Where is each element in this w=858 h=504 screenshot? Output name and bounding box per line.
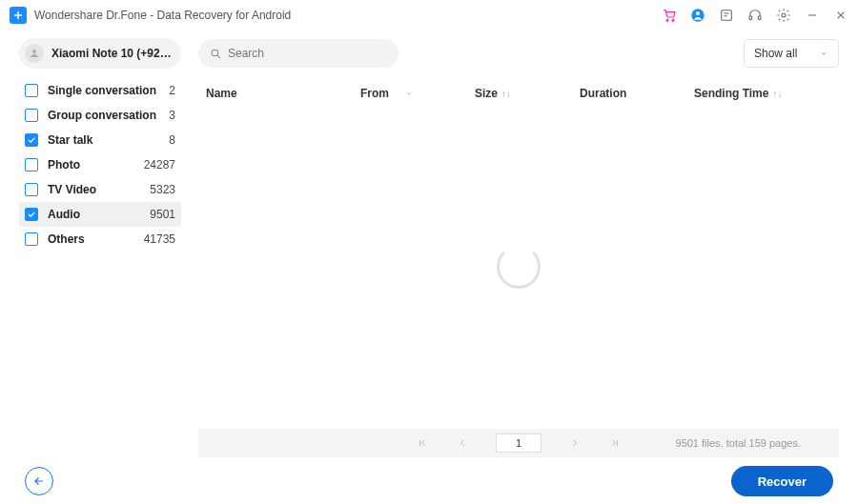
checkbox[interactable] (25, 158, 38, 171)
sidebar-item[interactable]: Group conversation3 (19, 103, 181, 128)
chevron-down-icon (404, 89, 414, 98)
pager-next-icon[interactable] (568, 436, 582, 450)
checkbox[interactable] (25, 109, 38, 122)
filter-count: 3 (169, 109, 175, 122)
checkbox[interactable] (25, 232, 38, 246)
app-title: Wondershare Dr.Fone - Data Recovery for … (34, 9, 291, 22)
cart-icon[interactable] (662, 8, 677, 23)
filter-count: 9501 (150, 208, 175, 221)
column-from[interactable]: From (360, 87, 475, 100)
column-size[interactable]: Size ↑↓ (475, 87, 580, 100)
filter-label: Star talk (48, 133, 92, 147)
sidebar-item[interactable]: Audio9501 (19, 202, 181, 227)
filter-count: 41735 (144, 232, 175, 246)
filter-label: TV Video (48, 183, 96, 196)
chevron-down-icon (819, 49, 828, 58)
support-icon[interactable] (747, 8, 763, 23)
recover-button[interactable]: Recover (731, 466, 833, 496)
filter-label: Single conversation (48, 84, 156, 97)
checkbox[interactable] (25, 84, 38, 97)
filter-count: 5323 (150, 183, 175, 196)
page-input[interactable] (496, 433, 541, 453)
column-sending[interactable]: Sending Time ↑↓ (694, 87, 839, 100)
loading-spinner (497, 245, 541, 289)
sidebar-item[interactable]: Single conversation2 (19, 78, 181, 103)
sidebar-item[interactable]: Star talk8 (19, 128, 181, 152)
footer: Recover (0, 458, 858, 504)
sidebar-item[interactable]: TV Video5323 (19, 177, 181, 202)
pager-first-icon[interactable] (416, 436, 429, 450)
search-box[interactable] (198, 39, 398, 68)
avatar-icon (25, 44, 44, 63)
filter-list: Single conversation2Group conversation3S… (19, 78, 181, 252)
pager-last-icon[interactable] (608, 436, 622, 450)
filter-label: Audio (48, 208, 80, 221)
svg-point-7 (782, 13, 786, 17)
app-logo (10, 7, 27, 24)
filter-label: Others (48, 232, 85, 246)
column-duration[interactable]: Duration (580, 87, 694, 100)
settings-icon[interactable] (776, 8, 791, 23)
user-icon[interactable] (690, 8, 705, 23)
svg-rect-5 (749, 16, 752, 20)
checkbox[interactable] (25, 208, 38, 221)
showall-label: Show all (754, 47, 797, 60)
minimize-icon[interactable] (805, 8, 820, 23)
svg-point-0 (666, 19, 668, 21)
search-icon (210, 48, 222, 60)
device-name: Xiaomi Note 10 (+92315… (51, 47, 175, 60)
search-input[interactable] (228, 47, 387, 60)
sidebar-item[interactable]: Others41735 (19, 227, 181, 252)
sidebar: Xiaomi Note 10 (+92315… Single conversat… (19, 38, 181, 457)
back-button[interactable] (25, 467, 53, 495)
filter-label: Group conversation (48, 109, 156, 122)
svg-point-3 (696, 11, 700, 15)
table-header: Name From Size ↑↓ Duration Sending Time … (198, 78, 839, 105)
device-selector[interactable]: Xiaomi Note 10 (+92315… (19, 38, 181, 69)
svg-rect-4 (722, 10, 732, 21)
filter-count: 8 (169, 133, 175, 147)
filter-count: 24287 (144, 158, 175, 171)
close-icon[interactable] (833, 8, 848, 23)
pager-prev-icon[interactable] (456, 436, 469, 450)
titlebar: Wondershare Dr.Fone - Data Recovery for … (0, 0, 858, 30)
sort-icon: ↑↓ (501, 89, 511, 99)
sidebar-item[interactable]: Photo24287 (19, 152, 181, 177)
svg-point-1 (672, 19, 674, 21)
checkbox[interactable] (25, 133, 38, 147)
table-body (198, 105, 839, 429)
filter-count: 2 (169, 84, 175, 97)
svg-rect-6 (758, 16, 761, 20)
checkbox[interactable] (25, 183, 38, 196)
svg-point-8 (32, 50, 36, 53)
pager-status: 9501 files, total 159 pages. (676, 437, 801, 449)
filter-label: Photo (48, 158, 80, 171)
sort-icon: ↑↓ (772, 89, 782, 99)
showall-dropdown[interactable]: Show all (744, 39, 839, 68)
column-name[interactable]: Name (198, 87, 360, 100)
pager-bar: 9501 files, total 159 pages. (198, 429, 839, 457)
feedback-icon[interactable] (719, 8, 734, 23)
svg-point-9 (212, 50, 218, 56)
